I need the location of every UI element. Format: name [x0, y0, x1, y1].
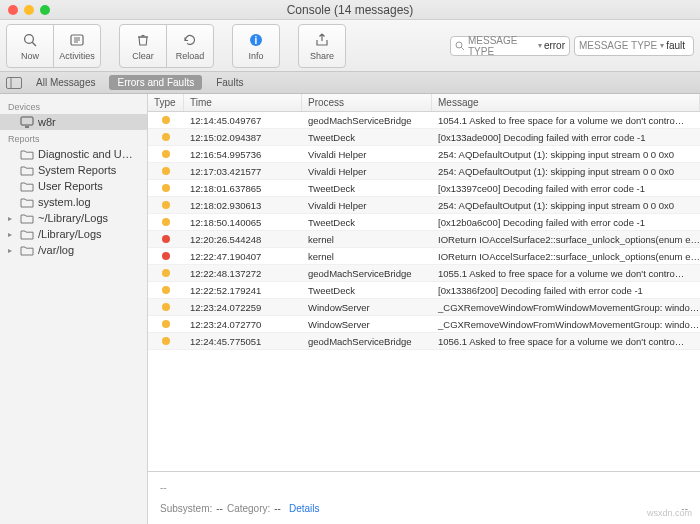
type-cell [148, 252, 184, 260]
filter-1[interactable]: MESSAGE TYPE ▾ error [450, 36, 570, 56]
table-row[interactable]: 12:24:45.775051geodMachServiceBridge1056… [148, 333, 700, 350]
time-cell: 12:18:01.637865 [184, 183, 302, 194]
toolbar: Now Activities Clear Reload i Info Share… [0, 20, 700, 72]
details-link[interactable]: Details [289, 503, 320, 514]
process-cell: kernel [302, 234, 432, 245]
table-row[interactable]: 12:22:48.137272geodMachServiceBridge1055… [148, 265, 700, 282]
status-dot-icon [162, 235, 170, 243]
table-row[interactable]: 12:22:52.179241TweetDeck[0x13386f200] De… [148, 282, 700, 299]
col-message[interactable]: Message [432, 94, 700, 111]
status-dot-icon [162, 218, 170, 226]
svg-rect-14 [21, 117, 33, 125]
type-cell [148, 150, 184, 158]
scope-errors-faults[interactable]: Errors and Faults [109, 75, 202, 90]
table-row[interactable]: 12:18:02.930613Vivaldi Helper254: AQDefa… [148, 197, 700, 214]
share-button[interactable]: Share [298, 24, 346, 68]
reload-button[interactable]: Reload [166, 24, 214, 68]
col-type[interactable]: Type [148, 94, 184, 111]
watermark: wsxdn.com [647, 508, 692, 518]
table-row[interactable]: 12:16:54.995736Vivaldi Helper254: AQDefa… [148, 146, 700, 163]
scope-all-messages[interactable]: All Messages [28, 75, 103, 90]
close-icon[interactable] [8, 5, 18, 15]
table-row[interactable]: 12:20:26.544248kernelIOReturn IOAccelSur… [148, 231, 700, 248]
status-dot-icon [162, 167, 170, 175]
sidebar-toggle-icon[interactable] [6, 76, 22, 90]
table-row[interactable]: 12:23:24.072259WindowServer_CGXRemoveWin… [148, 299, 700, 316]
filter-1-type: MESSAGE TYPE [468, 35, 535, 57]
process-cell: WindowServer [302, 319, 432, 330]
time-cell: 12:18:50.140065 [184, 217, 302, 228]
process-cell: Vivaldi Helper [302, 149, 432, 160]
sidebar-item-label: system.log [38, 196, 91, 208]
time-cell: 12:22:47.190407 [184, 251, 302, 262]
process-cell: Vivaldi Helper [302, 166, 432, 177]
clear-label: Clear [132, 51, 154, 61]
sidebar-item[interactable]: ▸~/Library/Logs [0, 210, 147, 226]
now-button[interactable]: Now [6, 24, 54, 68]
sidebar-item[interactable]: system.log [0, 194, 147, 210]
message-cell: IOReturn IOAccelSurface2::surface_unlock… [432, 251, 700, 262]
sidebar-item[interactable]: w8r [0, 114, 147, 130]
sidebar-item[interactable]: ▸/Library/Logs [0, 226, 147, 242]
process-cell: geodMachServiceBridge [302, 268, 432, 279]
titlebar: Console (14 messages) [0, 0, 700, 20]
type-cell [148, 167, 184, 175]
reload-icon [181, 31, 199, 49]
filter-2[interactable]: MESSAGE TYPE ▾ fault [574, 36, 694, 56]
table-row[interactable]: 12:18:50.140065TweetDeck[0x12b0a6c00] De… [148, 214, 700, 231]
zoom-icon[interactable] [40, 5, 50, 15]
type-cell [148, 269, 184, 277]
share-icon [313, 31, 331, 49]
table-row[interactable]: 12:15:02.094387TweetDeck[0x133ade000] De… [148, 129, 700, 146]
type-cell [148, 303, 184, 311]
status-dot-icon [162, 133, 170, 141]
svg-point-0 [25, 34, 34, 43]
table-row[interactable]: 12:18:01.637865TweetDeck[0x13397ce00] De… [148, 180, 700, 197]
table-row[interactable]: 12:17:03.421577Vivaldi Helper254: AQDefa… [148, 163, 700, 180]
magnifier-icon [21, 31, 39, 49]
col-process[interactable]: Process [302, 94, 432, 111]
sidebar-item[interactable]: ▸/var/log [0, 242, 147, 258]
folder-icon [20, 180, 34, 192]
activities-button[interactable]: Activities [53, 24, 101, 68]
sidebar-item[interactable]: Diagnostic and U… [0, 146, 147, 162]
reload-label: Reload [176, 51, 205, 61]
process-cell: TweetDeck [302, 285, 432, 296]
info-label: Info [248, 51, 263, 61]
time-cell: 12:22:52.179241 [184, 285, 302, 296]
window-controls [8, 5, 50, 15]
activities-label: Activities [59, 51, 95, 61]
type-cell [148, 320, 184, 328]
message-cell: 1055.1 Asked to free space for a volume … [432, 268, 700, 279]
message-cell: [0x13397ce00] Decoding failed with error… [432, 183, 700, 194]
table-row[interactable]: 12:22:47.190407kernelIOReturn IOAccelSur… [148, 248, 700, 265]
time-cell: 12:22:48.137272 [184, 268, 302, 279]
process-cell: TweetDeck [302, 217, 432, 228]
time-cell: 12:20:26.544248 [184, 234, 302, 245]
filter-2-value: fault [666, 40, 685, 51]
folder-icon [20, 148, 34, 160]
message-cell: 1056.1 Asked to free space for a volume … [432, 336, 700, 347]
table-row[interactable]: 12:23:24.072770WindowServer_CGXRemoveWin… [148, 316, 700, 333]
subsystem-label: Subsystem: [160, 503, 212, 514]
disclosure-icon: ▸ [8, 230, 16, 239]
detail-pane: -- Subsystem: -- Category: -- Details -- [148, 471, 700, 524]
sidebar-item[interactable]: User Reports [0, 178, 147, 194]
col-time[interactable]: Time [184, 94, 302, 111]
table-row[interactable]: 12:14:45.049767geodMachServiceBridge1054… [148, 112, 700, 129]
type-cell [148, 133, 184, 141]
category-value: -- [274, 503, 281, 514]
message-list[interactable]: 12:14:45.049767geodMachServiceBridge1054… [148, 112, 700, 471]
sidebar-item-label: User Reports [38, 180, 103, 192]
sidebar-item[interactable]: System Reports [0, 162, 147, 178]
scope-faults[interactable]: Faults [208, 75, 251, 90]
process-cell: WindowServer [302, 302, 432, 313]
type-cell [148, 218, 184, 226]
info-button[interactable]: i Info [232, 24, 280, 68]
minimize-icon[interactable] [24, 5, 34, 15]
status-dot-icon [162, 201, 170, 209]
clear-button[interactable]: Clear [119, 24, 167, 68]
svg-text:i: i [255, 35, 258, 46]
folder-icon [20, 164, 34, 176]
filter-2-type: MESSAGE TYPE [579, 40, 657, 51]
